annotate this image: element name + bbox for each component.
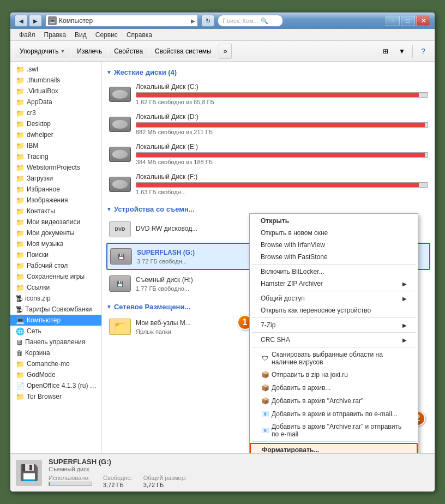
sidebar-item-computer[interactable]: 💻 Компьютер bbox=[10, 315, 101, 326]
sidebar-item-label: Корзина bbox=[25, 349, 50, 357]
sidebar-item-savedgames[interactable]: 📁 Сохраненные игры bbox=[10, 271, 101, 282]
ctx-add-archive[interactable]: 📦 Добавить в архив... bbox=[250, 381, 418, 394]
folder-icon: 📁 bbox=[16, 360, 25, 368]
joxi-icon: 📦 bbox=[261, 370, 269, 379]
ctx-browse-faststone[interactable]: Browse with FastStone bbox=[250, 251, 418, 263]
close-button[interactable]: ✕ bbox=[416, 15, 430, 26]
ctx-hamster[interactable]: Hamster ZIP Archiver ▶ bbox=[250, 278, 418, 290]
ctx-open-portable[interactable]: Открыть как переносное устройство bbox=[250, 304, 418, 316]
ctx-sep5 bbox=[252, 347, 416, 347]
sidebar-item-iconszip[interactable]: 🗜 icons.zip bbox=[10, 293, 101, 304]
ctx-format[interactable]: Форматировать... bbox=[250, 443, 418, 453]
sidebar-item-swt[interactable]: 📁 .swt bbox=[10, 64, 101, 75]
disk-info-e: Локальный Диск (E:) 384 МБ свободно из 1… bbox=[136, 143, 428, 165]
sidebar-item-searches[interactable]: 📁 Поиски bbox=[10, 249, 101, 260]
removable-label: Устройства со съемн... bbox=[114, 205, 195, 213]
folder-icon: 📁 bbox=[16, 185, 25, 194]
forward-button[interactable]: ▶ bbox=[29, 15, 42, 27]
ctx-browse-irfan[interactable]: Browse with IrfanView bbox=[250, 239, 418, 251]
sidebar-item-comanche[interactable]: 📁 Comanche-mo bbox=[10, 358, 101, 369]
sidebar-item-desktop[interactable]: 📁 Desktop bbox=[10, 118, 101, 129]
ctx-sep1 bbox=[252, 264, 416, 265]
search-icon[interactable]: 🔍 bbox=[261, 17, 268, 25]
ctx-bitlocker[interactable]: Включить BitLocker... bbox=[250, 266, 418, 278]
organize-button[interactable]: Упорядочить ▼ bbox=[15, 44, 70, 59]
sidebar-item-virtualbox[interactable]: 📁 .VirtualBox bbox=[10, 86, 101, 97]
sidebar-item-openoffice[interactable]: 📄 OpenOffice 4.1.3 (ru) Ins bbox=[10, 380, 101, 391]
sidebar-item-webstorm[interactable]: 📁 WebstormProjects bbox=[10, 162, 101, 173]
disk-item-e[interactable]: Локальный Диск (E:) 384 МБ свободно из 1… bbox=[106, 140, 430, 169]
menu-help[interactable]: Справка bbox=[122, 30, 157, 40]
menu-file[interactable]: Файл bbox=[15, 30, 40, 40]
ctx-share[interactable]: Общий доступ ▶ bbox=[250, 292, 418, 304]
sidebar-item-cr3[interactable]: 📁 cr3 bbox=[10, 107, 101, 118]
ctx-add-archive-email[interactable]: 📧 Добавить в архив и отправить по e-mail… bbox=[250, 407, 418, 421]
folder-icon: 📁 bbox=[16, 284, 25, 292]
ctx-add-archive-rar-email[interactable]: 📧 Добавить в архив "Archive.rar" и отпра… bbox=[250, 421, 418, 440]
sidebar-item-links[interactable]: 📁 Ссылки bbox=[10, 282, 101, 293]
ctx-open[interactable]: Открыть bbox=[250, 215, 418, 227]
ctx-send-joxi[interactable]: 📦 Отправить в zip на joxi.ru bbox=[250, 368, 418, 381]
refresh-button[interactable]: ↻ bbox=[201, 15, 214, 27]
organize-arrow-icon: ▼ bbox=[60, 49, 65, 54]
search-bar[interactable]: Поиск: Ком... 🔍 bbox=[218, 15, 283, 27]
sidebar-item-godmode[interactable]: 📁 GodMode bbox=[10, 369, 101, 380]
folder-icon: 📁 bbox=[16, 371, 25, 379]
address-bar[interactable]: 💻 Компьютер ▶ bbox=[45, 15, 198, 27]
ctx-open-new-window[interactable]: Открыть в новом окне bbox=[250, 227, 418, 239]
sidebar-item-appdata[interactable]: 📁 AppData bbox=[10, 97, 101, 107]
email-icon: 📧 bbox=[261, 410, 269, 418]
view-tiles-button[interactable]: ⊞ bbox=[378, 44, 393, 58]
sidebar-item-network[interactable]: 🌐 Сеть bbox=[10, 326, 101, 337]
ctx-7zip-arrow-icon: ▶ bbox=[402, 322, 407, 328]
sidebar-item-recycle[interactable]: 🗑 Корзина bbox=[10, 347, 101, 358]
sidebar-item-tarify[interactable]: 🗜 Тарифы Совкомбанки bbox=[10, 304, 101, 315]
disk-item-f[interactable]: Локальный Диск (F:) 1,63 ГБ свободн... bbox=[106, 170, 430, 199]
sidebar-item-images[interactable]: 📁 Изображения bbox=[10, 195, 101, 206]
sidebar-item-myvideo[interactable]: 📁 Мои видеозаписи bbox=[10, 217, 101, 227]
folder-icon: 📁 bbox=[16, 251, 25, 259]
sidebar-item-label: OpenOffice 4.1.3 (ru) Ins bbox=[27, 382, 98, 389]
sidebar-item-torbrowser[interactable]: 📁 Tor Browser bbox=[10, 391, 101, 402]
sidebar-item-desktop2[interactable]: 📁 Рабочий стол bbox=[10, 260, 101, 271]
folder-icon: 📁 bbox=[16, 131, 25, 139]
view-toggle-button[interactable]: ▼ bbox=[395, 44, 409, 58]
maximize-button[interactable]: □ bbox=[401, 15, 415, 26]
sidebar-item-ibm[interactable]: 📁 IBM bbox=[10, 140, 101, 151]
section-toggle-icon2[interactable]: ▼ bbox=[106, 206, 112, 212]
disk-item-d[interactable]: Локальный Диск (D:) 882 МБ свободно из 2… bbox=[106, 110, 430, 139]
sidebar-item-dwhelper[interactable]: 📁 dwhelper bbox=[10, 129, 101, 140]
properties-button[interactable]: Свойства bbox=[109, 44, 148, 59]
help-button[interactable]: ? bbox=[416, 44, 430, 58]
folder-icon: 📁 bbox=[16, 207, 25, 215]
sidebar-item-downloads[interactable]: 📁 Загрузки bbox=[10, 173, 101, 184]
sidebar-item-controlpanel[interactable]: 🖥 Панель управления bbox=[10, 337, 101, 347]
section-toggle-icon3[interactable]: ▼ bbox=[106, 304, 112, 310]
more-button[interactable]: » bbox=[219, 44, 232, 59]
section-toggle-icon[interactable]: ▼ bbox=[106, 69, 112, 75]
extract-button[interactable]: Извлечь bbox=[72, 44, 107, 59]
ctx-scan-virus[interactable]: 🛡 Сканировать выбранные области на налич… bbox=[250, 349, 418, 368]
minimize-button[interactable]: – bbox=[386, 15, 400, 26]
sidebar-item-mydocs[interactable]: 📁 Мои документы bbox=[10, 227, 101, 238]
main-content: 📁 .swt 📁 .thumbnails 📁 .VirtualBox 📁 App… bbox=[10, 62, 435, 453]
sidebar-item-mymusic[interactable]: 📁 Моя музыка bbox=[10, 238, 101, 249]
sidebar-item-favorites[interactable]: 📁 Избранное bbox=[10, 184, 101, 195]
back-button[interactable]: ◀ bbox=[15, 15, 28, 27]
menu-view[interactable]: Вид bbox=[70, 30, 91, 40]
sidebar-item-contacts[interactable]: 📁 Контакты bbox=[10, 206, 101, 217]
ctx-7zip[interactable]: 7-Zip ▶ bbox=[250, 319, 418, 331]
sidebar-item-thumbnails[interactable]: 📁 .thumbnails bbox=[10, 75, 101, 86]
ctx-add-archive-rar[interactable]: 📦 Добавить в архив "Archive.rar" bbox=[250, 394, 418, 407]
system-properties-button[interactable]: Свойства системы bbox=[150, 44, 217, 59]
menu-edit[interactable]: Правка bbox=[40, 30, 71, 40]
address-text: Компьютер bbox=[59, 17, 189, 25]
disk-d-size: 882 МБ свободно из 211 ГБ bbox=[136, 129, 428, 135]
disk-item-c[interactable]: Локальный Диск (C:) 1,62 ГБ свободно из … bbox=[106, 80, 430, 109]
status-used-label: Использовано: bbox=[49, 475, 92, 481]
menu-service[interactable]: Сервис bbox=[91, 30, 122, 40]
address-dropdown-icon[interactable]: ▶ bbox=[191, 18, 195, 24]
ctx-send-joxi-left: 📦 Отправить в zip на joxi.ru bbox=[261, 370, 348, 379]
sidebar-item-tracing[interactable]: 📁 Tracing bbox=[10, 151, 101, 162]
ctx-crcsha[interactable]: CRC SHA ▶ bbox=[250, 334, 418, 346]
